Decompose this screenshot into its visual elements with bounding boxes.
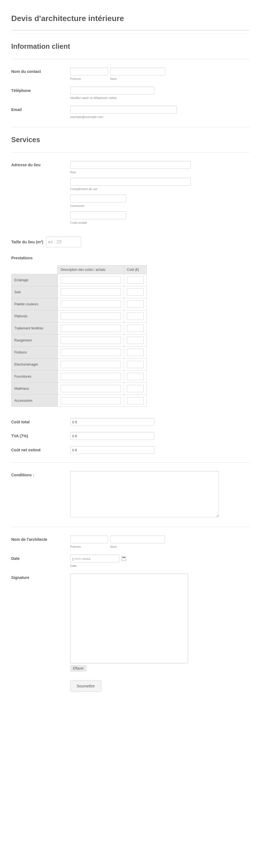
prest-cost-input[interactable] xyxy=(127,397,144,404)
architect-first-name-input[interactable] xyxy=(70,535,108,543)
section-client-title: Information client xyxy=(11,42,250,51)
prest-desc-input[interactable] xyxy=(61,288,121,296)
table-row: Finitions xyxy=(11,346,147,359)
prest-desc-input[interactable] xyxy=(61,301,121,308)
prest-cost-input[interactable] xyxy=(127,276,144,284)
net-input[interactable] xyxy=(70,446,154,454)
date-label: Date xyxy=(11,555,70,561)
prest-desc-input[interactable] xyxy=(61,325,121,332)
prest-row-label: Plafonds xyxy=(11,310,58,322)
email-input[interactable] xyxy=(70,106,177,114)
section-services-title: Services xyxy=(11,136,250,144)
prest-row-label: Finitions xyxy=(11,346,58,359)
prest-row-label: Sols xyxy=(11,286,58,298)
conditions-textarea[interactable] xyxy=(70,471,219,517)
prest-row-label: Accessoires xyxy=(11,395,58,407)
prestations-header: Prestations xyxy=(11,256,250,260)
telephone-input[interactable] xyxy=(70,87,154,94)
total-label: Coût total xyxy=(11,418,70,424)
prest-col-desc: Description des coûts / achats xyxy=(58,266,124,274)
address-postal-input[interactable] xyxy=(70,211,126,219)
prest-cost-input[interactable] xyxy=(127,337,144,344)
size-input[interactable] xyxy=(46,237,81,247)
prest-desc-input[interactable] xyxy=(61,337,121,344)
date-hint: Date xyxy=(70,564,250,567)
prest-cost-input[interactable] xyxy=(127,301,144,308)
conditions-label: Conditions : xyxy=(11,471,70,477)
date-input[interactable] xyxy=(70,555,119,562)
prest-row-label: Traitement fenêtres xyxy=(11,322,58,335)
prestations-table: Description des coûts / achats Coût (€) … xyxy=(11,265,147,407)
prest-cost-input[interactable] xyxy=(127,325,144,332)
architect-last-name-hint: Nom xyxy=(110,545,165,548)
address-city-input[interactable] xyxy=(70,194,126,203)
prest-row-label: Electroménager xyxy=(11,359,58,371)
prest-desc-input[interactable] xyxy=(61,361,121,368)
prest-col-cost: Coût (€) xyxy=(124,266,147,274)
architect-first-name-hint: Prénom xyxy=(70,545,108,548)
table-row: Plafonds xyxy=(11,310,147,322)
prest-cost-input[interactable] xyxy=(127,373,144,380)
net-label: Coût net estimé xyxy=(11,446,70,452)
address-street-input[interactable] xyxy=(70,161,191,169)
table-row: Rangement xyxy=(11,335,147,346)
prest-desc-input[interactable] xyxy=(61,313,121,320)
architect-name-label: Nom de l'architecte xyxy=(11,535,70,542)
divider xyxy=(11,30,250,31)
table-row: Electroménager xyxy=(11,359,147,371)
email-hint: exemple@exemple.com xyxy=(70,115,250,119)
prest-cost-input[interactable] xyxy=(127,288,144,296)
address-street2-hint: Complément de rue xyxy=(70,187,250,191)
divider xyxy=(11,34,250,34)
email-label: Email xyxy=(11,106,70,112)
tva-label: TVA (7%) xyxy=(11,432,70,438)
divider xyxy=(11,152,250,153)
prest-desc-input[interactable] xyxy=(61,276,121,284)
signature-label: Signature xyxy=(11,574,70,580)
address-street-hint: Rue xyxy=(70,170,250,174)
prest-desc-input[interactable] xyxy=(61,349,121,356)
table-row: Palette couleurs xyxy=(11,298,147,310)
contact-first-name-input[interactable] xyxy=(70,68,108,75)
table-row: Eclairage xyxy=(11,274,147,286)
address-postal-hint: Code postal xyxy=(70,221,250,224)
divider xyxy=(11,59,250,59)
contact-last-name-hint: Nom xyxy=(110,77,165,81)
page-title: Devis d'architecture intérieure xyxy=(11,14,250,23)
address-city-hint: Commune xyxy=(70,204,250,208)
table-row: Fournitures xyxy=(11,371,147,383)
contact-name-label: Nom du contact xyxy=(11,68,70,74)
prest-row-label: Rangement xyxy=(11,335,58,346)
signature-pad[interactable] xyxy=(70,574,188,663)
divider xyxy=(11,527,250,527)
table-row: Matériaux xyxy=(11,383,147,395)
address-label: Adresse du lieu xyxy=(11,161,70,167)
clear-signature-button[interactable]: Effacer xyxy=(70,665,86,672)
divider xyxy=(11,127,250,127)
prest-desc-input[interactable] xyxy=(61,397,121,404)
prest-cost-input[interactable] xyxy=(127,361,144,368)
prest-cost-input[interactable] xyxy=(127,385,144,392)
tva-input[interactable] xyxy=(70,432,154,440)
address-street2-input[interactable] xyxy=(70,178,191,186)
calendar-icon[interactable] xyxy=(121,556,126,561)
size-label: Taille du lieu (m²) xyxy=(11,240,43,244)
total-input[interactable] xyxy=(70,418,154,426)
telephone-label: Téléphone xyxy=(11,87,70,93)
submit-button[interactable]: Soumettre xyxy=(70,680,101,692)
table-row: Accessoires xyxy=(11,395,147,407)
table-row: Traitement fenêtres xyxy=(11,322,147,335)
contact-last-name-input[interactable] xyxy=(110,68,165,75)
divider xyxy=(11,462,250,463)
contact-first-name-hint: Prénom xyxy=(70,77,108,81)
prest-desc-input[interactable] xyxy=(61,373,121,380)
prest-row-label: Matériaux xyxy=(11,383,58,395)
prest-row-label: Eclairage xyxy=(11,274,58,286)
prest-desc-input[interactable] xyxy=(61,385,121,392)
table-row: Sols xyxy=(11,286,147,298)
prest-cost-input[interactable] xyxy=(127,313,144,320)
prest-row-label: Palette couleurs xyxy=(11,298,58,310)
prest-row-label: Fournitures xyxy=(11,371,58,383)
prest-cost-input[interactable] xyxy=(127,349,144,356)
architect-last-name-input[interactable] xyxy=(110,535,165,543)
